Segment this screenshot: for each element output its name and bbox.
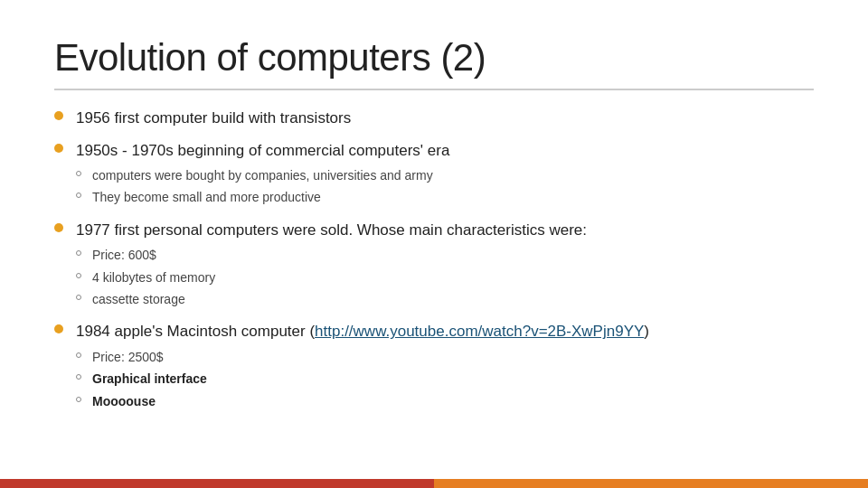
sub-text-2-1: They become small and more productive: [92, 187, 321, 207]
sub-text-2-0: computers were bought by companies, univ…: [92, 165, 433, 185]
sub-dot-4-0: [76, 352, 81, 358]
sub-text-4-0: Price: 2500$: [92, 347, 164, 367]
slide-title: Evolution of computers (2): [54, 36, 814, 80]
bullet-item-3: 1977 first personal computers were sold.…: [54, 219, 814, 312]
sub-text-3-1: 4 kilobytes of memory: [92, 267, 215, 287]
sub-dot-2-0: [76, 171, 81, 176]
bullet-dot-2: [54, 144, 63, 153]
sub-item-4-0: Price: 2500$: [76, 347, 649, 367]
content-area: 1956 first computer build with transisto…: [54, 107, 814, 413]
sub-dot-3-2: [76, 295, 81, 300]
bullet-text-4-before: 1984 apple's Macintosh computer (http://…: [76, 323, 649, 340]
macintosh-link[interactable]: http://www.youtube.com/watch?v=2B-XwPjn9…: [315, 323, 644, 340]
bullet-3-content: 1977 first personal computers were sold.…: [76, 219, 587, 312]
sub-list-3: Price: 600$ 4 kilobytes of memory casset…: [76, 245, 587, 309]
bullet-dot-4: [54, 324, 63, 333]
bottom-bar-left: [0, 479, 434, 488]
sub-dot-4-2: [76, 397, 81, 402]
sub-dot-4-1: [76, 374, 81, 380]
bullet-4-content: 1984 apple's Macintosh computer (http://…: [76, 320, 649, 413]
sub-item-4-1: Graphical interface: [76, 369, 649, 389]
bottom-bar: [0, 479, 868, 488]
sub-dot-2-1: [76, 192, 81, 198]
sub-list-4: Price: 2500$ Graphical interface Moooous…: [76, 347, 649, 411]
sub-text-4-2: Moooouse: [92, 391, 156, 411]
sub-item-3-1: 4 kilobytes of memory: [76, 267, 587, 287]
sub-text-4-1: Graphical interface: [92, 369, 207, 389]
sub-item-3-2: cassette storage: [76, 289, 587, 309]
bullet-item-1: 1956 first computer build with transisto…: [54, 107, 814, 130]
sub-item-2-1: They become small and more productive: [76, 187, 449, 207]
bullet-text-1: 1956 first computer build with transisto…: [76, 107, 351, 130]
sub-dot-3-1: [76, 273, 81, 278]
bottom-bar-right: [434, 479, 868, 488]
bullet-item-2: 1950s - 1970s beginning of commercial co…: [54, 139, 814, 210]
sub-list-2: computers were bought by companies, univ…: [76, 165, 449, 208]
sub-item-4-2: Moooouse: [76, 391, 649, 411]
sub-text-3-2: cassette storage: [92, 289, 185, 309]
bullet-text-2: 1950s - 1970s beginning of commercial co…: [76, 142, 449, 159]
bullet-2-content: 1950s - 1970s beginning of commercial co…: [76, 139, 449, 210]
sub-text-3-0: Price: 600$: [92, 245, 156, 265]
sub-item-2-0: computers were bought by companies, univ…: [76, 165, 449, 185]
title-divider: [54, 89, 814, 90]
bullet-dot-3: [54, 223, 63, 232]
sub-dot-3-0: [76, 250, 81, 256]
bullet-item-4: 1984 apple's Macintosh computer (http://…: [54, 320, 814, 413]
bullet-text-3: 1977 first personal computers were sold.…: [76, 221, 587, 239]
bullet-dot-1: [54, 111, 63, 120]
sub-item-3-0: Price: 600$: [76, 245, 587, 265]
slide: Evolution of computers (2) 1956 first co…: [0, 0, 868, 488]
